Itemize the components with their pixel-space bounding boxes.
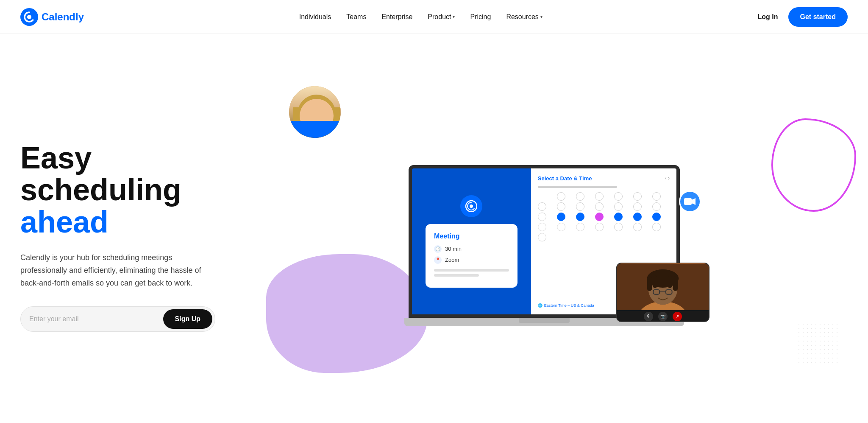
calendar-nav: ‹ ›: [665, 175, 670, 181]
calendar-month-bar: [538, 186, 617, 188]
nav-link-individuals[interactable]: Individuals: [299, 13, 331, 21]
nav-link-teams[interactable]: Teams: [346, 13, 366, 21]
location-icon: 📍: [434, 256, 442, 264]
nav-item-product[interactable]: Product ▾: [428, 13, 455, 21]
cal-cell: [538, 202, 546, 211]
chevron-down-icon: ▾: [453, 14, 455, 19]
cal-cell-active: [652, 213, 661, 221]
video-person-area: [617, 263, 709, 310]
cal-cell: [614, 202, 623, 211]
heading-accent: ahead: [20, 205, 108, 239]
cal-cell-active: [614, 213, 623, 221]
cal-cell: [614, 223, 623, 231]
shoulder: [287, 121, 342, 138]
nav-actions: Log In Get started: [758, 7, 848, 27]
zoom-badge: [679, 190, 701, 213]
nav-item-resources[interactable]: Resources ▾: [506, 13, 542, 21]
email-input[interactable]: [29, 311, 163, 327]
nav-link-enterprise[interactable]: Enterprise: [381, 13, 412, 21]
clock-icon: 🕐: [434, 245, 442, 253]
cal-cell: [652, 223, 661, 231]
svg-point-3: [470, 204, 473, 208]
cal-cell: [595, 202, 604, 211]
cal-cell: [652, 202, 661, 211]
nav-item-individuals[interactable]: Individuals: [299, 13, 331, 21]
blob-pink-outline: [771, 118, 856, 212]
cal-cell: [557, 202, 565, 211]
email-form: Sign Up: [20, 306, 215, 332]
video-person-svg: [617, 263, 709, 310]
cal-cell: [633, 223, 642, 231]
video-card: 🎙 📷 ↗: [616, 263, 709, 322]
zoom-video-icon: [684, 197, 696, 206]
screen-left-panel: Meeting 🕐 30 min 📍 Zoom: [412, 168, 531, 314]
hero-heading: Easy scheduling ahead: [20, 142, 224, 238]
nav-link-resources[interactable]: Resources ▾: [506, 13, 542, 21]
cal-cell: [652, 192, 661, 201]
hero-section: Easy scheduling ahead Calendly is your h…: [0, 34, 868, 423]
timezone-label: Eastern Time – US & Canada: [544, 303, 594, 308]
laptop-stand: [519, 318, 570, 323]
svg-point-1: [27, 15, 31, 19]
camera-icon: 📷: [658, 312, 668, 321]
meeting-card-title: Meeting: [434, 233, 509, 240]
cal-cell: [633, 202, 642, 211]
calendar-title: Select a Date & Time: [538, 175, 592, 182]
svg-rect-11: [668, 275, 672, 288]
nav-item-enterprise[interactable]: Enterprise: [381, 13, 412, 21]
screen-logo-svg: [465, 200, 477, 212]
meeting-line-1: [434, 269, 509, 272]
meeting-duration-row: 🕐 30 min: [434, 245, 509, 253]
nav-link-pricing[interactable]: Pricing: [470, 13, 491, 21]
cal-cell-active: [633, 213, 642, 221]
video-controls: 🎙 📷 ↗: [617, 310, 709, 322]
svg-rect-9: [653, 275, 657, 288]
cal-cell-active: [576, 213, 584, 221]
cal-cell: [595, 223, 604, 231]
avatar-woman: [287, 84, 342, 140]
navbar: Calendly Individuals Teams Enterprise Pr…: [0, 0, 868, 34]
cal-cell: [614, 192, 623, 201]
cal-cell: [576, 223, 584, 231]
signup-button[interactable]: Sign Up: [163, 309, 212, 329]
dots-pattern: [797, 322, 839, 364]
hero-right: Meeting 🕐 30 min 📍 Zoom: [241, 110, 848, 364]
cal-cell: [576, 192, 584, 201]
meeting-platform-row: 📍 Zoom: [434, 256, 509, 264]
microphone-icon: 🎙: [644, 312, 653, 321]
calendly-logo-icon: [20, 8, 38, 26]
cal-cell: [557, 192, 565, 201]
end-call-icon: ↗: [673, 312, 682, 321]
cal-cell: [538, 223, 546, 231]
laptop-container: Meeting 🕐 30 min 📍 Zoom: [400, 140, 688, 335]
logo[interactable]: Calendly: [20, 8, 84, 26]
screen-calendly-icon: [460, 195, 482, 217]
nav-link-product[interactable]: Product ▾: [428, 13, 455, 21]
nav-item-pricing[interactable]: Pricing: [470, 13, 491, 21]
cal-cell: [538, 233, 546, 241]
get-started-button[interactable]: Get started: [788, 7, 848, 27]
meeting-lines: [434, 269, 509, 277]
login-button[interactable]: Log In: [758, 13, 778, 21]
cal-cell-accent: [595, 213, 604, 221]
cal-cell: [538, 192, 546, 201]
cal-cell-active: [557, 213, 565, 221]
cal-cell: [538, 213, 546, 221]
svg-rect-10: [673, 276, 678, 291]
meeting-duration: 30 min: [445, 246, 462, 252]
chevron-down-icon: ▾: [540, 14, 542, 19]
cal-cell: [576, 202, 584, 211]
hero-description: Calendly is your hub for scheduling meet…: [20, 252, 215, 289]
heading-line1: Easy: [20, 141, 92, 175]
hero-left: Easy scheduling ahead Calendly is your h…: [20, 142, 241, 332]
logo-text: Calendly: [42, 11, 84, 23]
globe-icon: 🌐: [538, 303, 542, 308]
cal-cell: [633, 192, 642, 201]
avatar-woman-face: [289, 86, 341, 138]
cal-cell: [557, 223, 565, 231]
nav-item-teams[interactable]: Teams: [346, 13, 366, 21]
nav-links: Individuals Teams Enterprise Product ▾ P…: [299, 13, 542, 21]
svg-rect-15: [684, 198, 692, 205]
meeting-line-2: [434, 274, 479, 277]
svg-rect-8: [647, 276, 652, 291]
